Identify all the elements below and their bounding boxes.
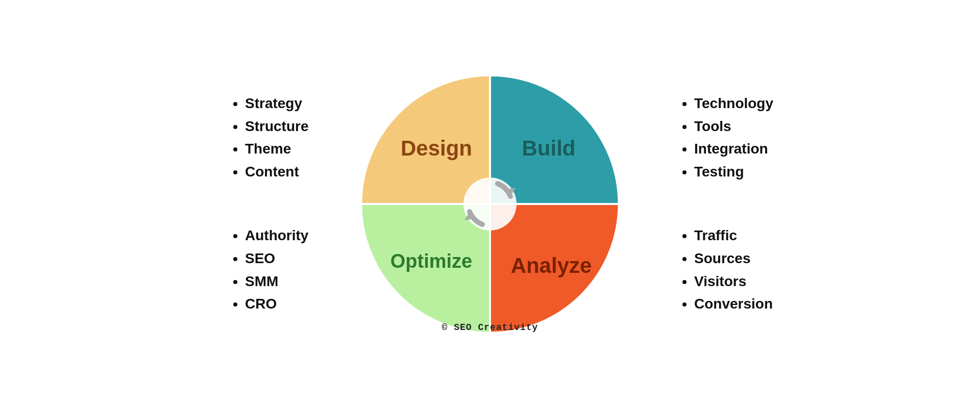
- analyze-item-2: Sources: [694, 247, 786, 270]
- pie-chart: Design Build Optimize Analyze © SEO Crea…: [347, 61, 633, 347]
- build-label: Build: [522, 136, 576, 160]
- copyright-text: © SEO Creativity: [442, 322, 538, 333]
- design-label: Design: [401, 136, 472, 160]
- design-item-4: Content: [245, 161, 337, 184]
- analyze-item-3: Visitors: [694, 270, 786, 293]
- design-item-3: Theme: [245, 138, 337, 161]
- analyze-list: Traffic Sources Visitors Conversion: [664, 224, 806, 316]
- optimize-item-1: Authority: [245, 224, 337, 247]
- main-container: Strategy Structure Theme Content Authori…: [0, 0, 980, 408]
- build-item-1: Technology: [694, 92, 786, 115]
- design-list: Strategy Structure Theme Content: [214, 92, 357, 184]
- optimize-item-4: CRO: [245, 293, 337, 316]
- optimize-label: Optimize: [390, 250, 472, 272]
- pie-svg: Design Build Optimize Analyze: [347, 61, 633, 347]
- build-list: Technology Tools Integration Testing: [664, 92, 806, 184]
- optimize-list: Authority SEO SMM CRO: [214, 224, 357, 316]
- design-item-1: Strategy: [245, 92, 337, 115]
- svg-point-2: [463, 177, 517, 231]
- build-item-3: Integration: [694, 138, 786, 161]
- build-item-4: Testing: [694, 161, 786, 184]
- left-column: Strategy Structure Theme Content Authori…: [184, 92, 347, 316]
- design-item-2: Structure: [245, 115, 337, 138]
- analyze-label: Analyze: [511, 253, 592, 277]
- optimize-item-3: SMM: [245, 270, 337, 293]
- layout-row: Strategy Structure Theme Content Authori…: [184, 61, 796, 347]
- optimize-item-2: SEO: [245, 247, 337, 270]
- analyze-item-4: Conversion: [694, 293, 786, 316]
- right-column: Technology Tools Integration Testing Tra…: [633, 92, 796, 316]
- analyze-item-1: Traffic: [694, 224, 786, 247]
- build-item-2: Tools: [694, 115, 786, 138]
